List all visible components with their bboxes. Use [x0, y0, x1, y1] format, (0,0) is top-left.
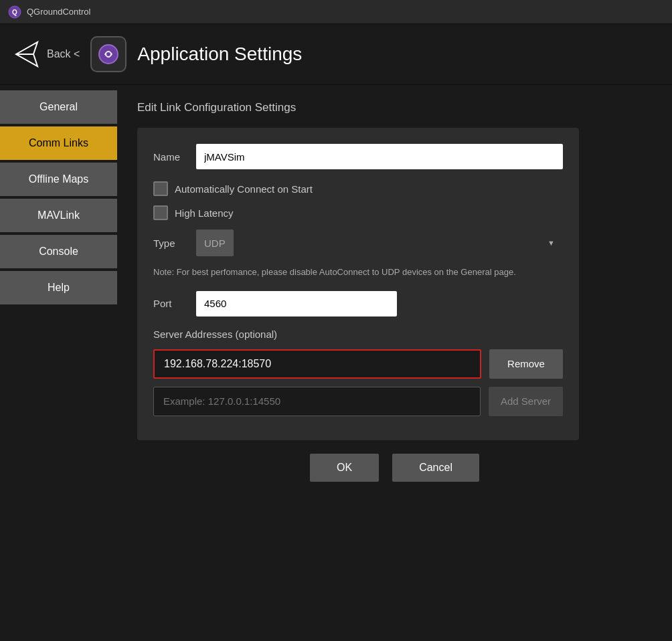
- new-server-input[interactable]: [153, 387, 481, 416]
- main-layout: General Comm Links Offline Maps MAVLink …: [0, 85, 672, 641]
- sidebar-item-offline-maps[interactable]: Offline Maps: [0, 163, 117, 196]
- app-logo-container: [90, 36, 127, 72]
- name-input[interactable]: [196, 144, 563, 169]
- ok-button[interactable]: OK: [310, 454, 379, 482]
- app-header: Back < Application Settings: [0, 24, 672, 85]
- port-row: Port: [153, 291, 563, 316]
- section-title: Edit Link Configuration Settings: [137, 101, 652, 114]
- content-area: Edit Link Configuration Settings Name Au…: [117, 85, 672, 641]
- new-server-row: Add Server: [153, 387, 563, 416]
- form-panel: Name Automatically Connect on Start High…: [137, 128, 579, 440]
- title-bar: Q QGroundControl: [0, 0, 672, 24]
- high-latency-row: High Latency: [153, 205, 563, 220]
- back-button[interactable]: Back <: [13, 39, 80, 69]
- server-entry-row: 192.168.78.224:18570 Remove: [153, 349, 563, 379]
- high-latency-checkbox[interactable]: [153, 205, 168, 220]
- sidebar-item-help[interactable]: Help: [0, 271, 117, 304]
- add-server-button[interactable]: Add Server: [489, 387, 563, 416]
- server-addresses-title: Server Addresses (optional): [153, 329, 563, 340]
- sidebar: General Comm Links Offline Maps MAVLink …: [0, 85, 117, 641]
- svg-text:Q: Q: [12, 9, 17, 16]
- sidebar-item-console[interactable]: Console: [0, 235, 117, 268]
- type-label: Type: [153, 238, 187, 249]
- type-row: Type UDP: [153, 230, 563, 256]
- note-text: Note: For best perfomance, please disabl…: [153, 266, 563, 279]
- type-select-wrapper: UDP: [196, 230, 563, 256]
- auto-connect-label: Automatically Connect on Start: [175, 183, 313, 195]
- sidebar-item-general[interactable]: General: [0, 90, 117, 124]
- sidebar-item-mavlink[interactable]: MAVLink: [0, 199, 117, 232]
- server-address-display: 192.168.78.224:18570: [153, 349, 481, 379]
- sidebar-item-comm-links[interactable]: Comm Links: [0, 126, 117, 160]
- title-bar-text: QGroundControl: [27, 7, 90, 17]
- auto-connect-row: Automatically Connect on Start: [153, 181, 563, 196]
- port-label: Port: [153, 298, 187, 309]
- bottom-bar: OK Cancel: [137, 440, 652, 495]
- qgc-logo-icon: [96, 42, 120, 66]
- svg-point-5: [106, 52, 110, 56]
- page-title: Application Settings: [137, 43, 302, 65]
- port-input[interactable]: [196, 291, 397, 316]
- cancel-button[interactable]: Cancel: [392, 454, 479, 482]
- name-row: Name: [153, 144, 563, 169]
- name-label: Name: [153, 151, 187, 163]
- paper-plane-icon: [13, 39, 43, 69]
- back-label: Back <: [47, 48, 80, 60]
- remove-server-button[interactable]: Remove: [489, 349, 563, 379]
- server-address-value: 192.168.78.224:18570: [164, 358, 271, 370]
- app-logo-icon: Q: [8, 5, 21, 19]
- auto-connect-checkbox[interactable]: [153, 181, 168, 196]
- type-select[interactable]: UDP: [196, 230, 234, 256]
- high-latency-label: High Latency: [175, 207, 234, 219]
